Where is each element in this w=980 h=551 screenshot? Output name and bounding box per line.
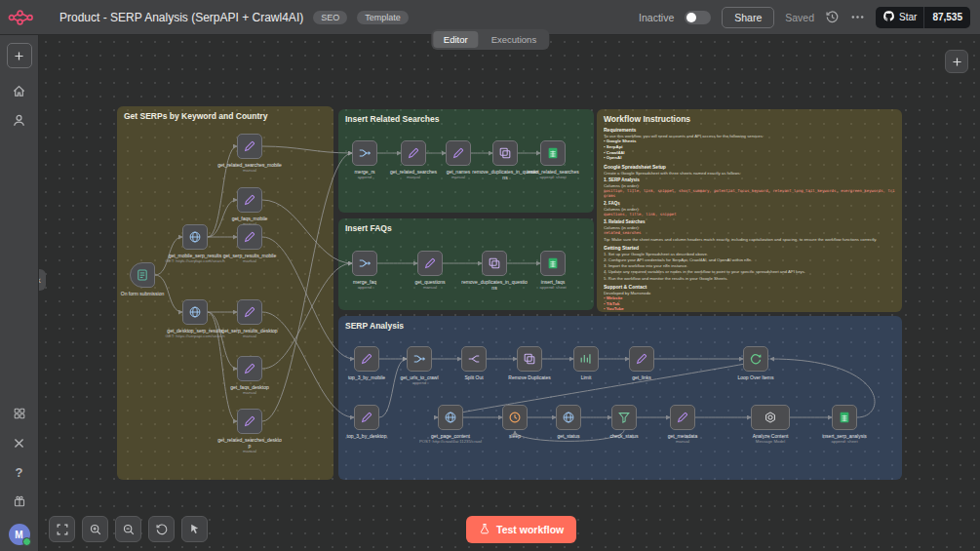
active-toggle[interactable] (685, 11, 711, 24)
node-get_names[interactable] (446, 140, 471, 166)
github-star-widget[interactable]: Star 87,535 (876, 7, 970, 28)
node-rm_dupes_faq[interactable] (482, 251, 507, 276)
merge-icon (412, 352, 426, 366)
node-rm_dupes2[interactable] (517, 346, 542, 372)
node-top3_desktop[interactable] (354, 405, 379, 430)
edit-fields-icon (451, 146, 465, 160)
tag-template[interactable]: Template (357, 11, 409, 24)
test-workflow-label: Test workflow (496, 524, 564, 535)
node-merge_faq[interactable] (352, 251, 377, 276)
n8n-logo[interactable] (8, 8, 34, 27)
whats-new-icon[interactable] (8, 491, 31, 512)
http-request-icon (188, 305, 202, 319)
node-split_out[interactable] (461, 346, 487, 372)
node-serp_desktop[interactable] (237, 299, 262, 325)
toggle-knob (686, 13, 696, 22)
edit-fields-icon (360, 352, 373, 366)
node-insert_serp[interactable] (832, 405, 857, 430)
merge-icon (358, 146, 372, 160)
add-node-button[interactable] (945, 50, 968, 73)
instructions-p: 2. Configure your API credentials for Se… (604, 257, 895, 262)
node-on_form[interactable] (130, 262, 155, 288)
google-sheets-icon (546, 146, 560, 160)
node-faqs_mobile[interactable] (237, 187, 262, 213)
sticky-note-instructions[interactable]: Workflow InstructionsRequirementsTo use … (597, 109, 902, 312)
tag-seo[interactable]: SEO (313, 11, 347, 24)
node-rs_mobile[interactable] (237, 134, 262, 159)
x-social-icon[interactable] (8, 432, 31, 453)
node-get_questions[interactable] (417, 251, 443, 276)
user-avatar[interactable]: M (9, 524, 30, 545)
merge-icon (358, 256, 372, 270)
instructions-hn: 3. Related Searches (604, 219, 895, 224)
zoom-in-button[interactable] (82, 516, 108, 542)
node-limit[interactable] (573, 346, 599, 372)
node-get_status[interactable] (556, 405, 581, 430)
http-request-icon (444, 411, 457, 424)
instructions-p: Columns (in order): (604, 225, 895, 230)
edit-fields-icon (243, 230, 256, 244)
tab-editor[interactable]: Editor (433, 31, 479, 48)
history-icon[interactable] (825, 10, 840, 24)
loop-over-items-icon (749, 352, 763, 366)
node-get_metadata[interactable] (670, 405, 695, 430)
node-get_page_content[interactable] (438, 405, 463, 430)
zoom-out-button[interactable] (115, 516, 141, 542)
instructions-p: 3. Import the workflow into your n8n ins… (604, 263, 895, 268)
sticky-note-serp-analysis[interactable]: SERP Analysis (338, 316, 902, 480)
more-menu-icon[interactable] (850, 10, 865, 24)
new-workflow-button[interactable] (7, 43, 32, 68)
instructions-li: • OpenAI (604, 155, 895, 161)
sticky-note-get-serps[interactable]: Get SERPs by Keyword and Country (117, 106, 333, 480)
node-loop[interactable] (743, 346, 768, 372)
form-trigger-icon (136, 268, 149, 282)
google-sheets-icon (546, 256, 560, 270)
online-status-dot (22, 537, 31, 546)
workflow-title[interactable]: Product - SERP Analysis (SerpAPI + Crawl… (59, 11, 303, 24)
node-get_urls[interactable] (407, 346, 432, 372)
node-rs_desktop[interactable] (237, 409, 262, 434)
remove-duplicates-icon (498, 146, 512, 160)
limit-icon (579, 352, 593, 366)
instructions-code: position, title, link, snippet, short_su… (604, 189, 895, 199)
help-icon[interactable]: ? (8, 461, 31, 483)
instructions-link[interactable]: • YouTube (604, 306, 895, 310)
test-workflow-button[interactable]: Test workflow (466, 516, 576, 543)
fit-view-button[interactable] (49, 516, 75, 542)
node-serp_mobile[interactable] (237, 224, 262, 250)
node-faqs_desktop[interactable] (237, 356, 262, 381)
google-sheets-icon (838, 411, 851, 424)
node-mobile_globe[interactable] (182, 224, 208, 250)
share-button[interactable]: Share (722, 7, 774, 28)
instructions-code: questions, title, link, snippet (604, 213, 895, 217)
home-icon[interactable] (8, 80, 31, 101)
node-insert_related_searches[interactable] (540, 140, 566, 166)
node-check_status[interactable] (611, 405, 637, 430)
edit-fields-icon (423, 256, 437, 270)
instructions-p: Tip: Make sure the sheet names and colum… (604, 237, 895, 242)
node-desktop_globe[interactable] (182, 299, 208, 325)
instructions-code: related_searches (604, 231, 895, 236)
user-icon[interactable] (8, 109, 31, 131)
node-analyze[interactable] (751, 405, 790, 430)
undo-button[interactable] (148, 516, 175, 542)
sticky-note-title: Insert FAQs (338, 218, 594, 238)
node-merge_rs[interactable] (352, 140, 377, 166)
remove-duplicates-icon (523, 352, 536, 366)
instructions-h: Google Spreadsheet Setup (604, 164, 895, 170)
edit-fields-icon (243, 362, 256, 375)
node-get_related_searches[interactable] (401, 140, 426, 166)
node-get_links[interactable] (629, 346, 654, 372)
node-insert_faqs[interactable] (540, 251, 566, 276)
node-top3_mobile[interactable] (354, 346, 379, 372)
status-label: Inactive (639, 12, 674, 23)
node-sleep[interactable] (502, 405, 528, 430)
templates-icon[interactable] (8, 403, 31, 424)
n8n-workflow-editor: Get SERPs by Keyword and CountryInsert R… (0, 0, 980, 551)
node-rm_dupes_rs[interactable] (492, 140, 518, 166)
pointer-tool-button[interactable] (181, 516, 208, 542)
tab-executions[interactable]: Executions (481, 31, 547, 48)
instructions-p: 1. Set up your Google Spreadsheet as des… (604, 252, 895, 256)
sticky-note-title: SERP Analysis (338, 316, 902, 335)
instructions-h: Support & Contact (604, 284, 895, 290)
